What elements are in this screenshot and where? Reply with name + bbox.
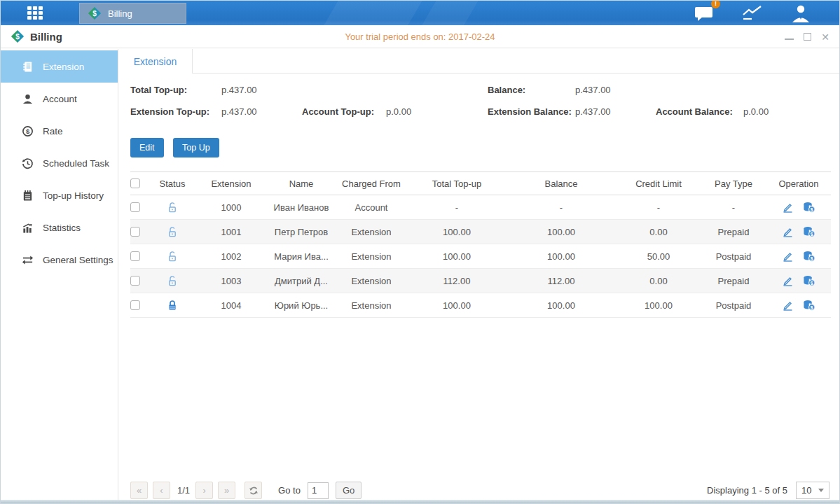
cell-extension: 1001 — [195, 227, 268, 237]
svg-text:$: $ — [811, 281, 813, 286]
status-unlocked-icon — [167, 202, 178, 214]
notification-badge: ! — [711, 1, 720, 8]
account-balance-label: Account Balance: — [656, 106, 733, 117]
sidebar: Extension Account $ Rate — [1, 49, 118, 500]
app-grid-icon[interactable] — [27, 6, 48, 20]
sidebar-item-rate[interactable]: $ Rate — [1, 115, 118, 147]
first-page-button[interactable]: « — [130, 482, 148, 499]
extension-icon — [22, 61, 34, 73]
edit-row-icon[interactable] — [782, 275, 793, 286]
cell-extension: 1003 — [195, 276, 268, 286]
sidebar-item-label: Extension — [43, 62, 84, 72]
account-topup-label: Account Top-up: — [302, 106, 374, 117]
edit-row-icon[interactable] — [782, 251, 793, 262]
svg-text:$: $ — [15, 33, 20, 41]
close-button[interactable]: ✕ — [821, 32, 829, 42]
caret-down-icon — [818, 489, 824, 492]
cell-charged-from: Extension — [335, 300, 408, 311]
tab-extension[interactable]: Extension — [118, 49, 193, 74]
row-checkbox[interactable] — [130, 251, 140, 261]
main-content: Extension Total Top-up: p.437.00 Balance… — [118, 49, 839, 500]
last-page-button[interactable]: » — [218, 482, 235, 499]
billing-diamond-icon: $ — [11, 29, 25, 43]
select-all-checkbox[interactable] — [130, 178, 140, 188]
sidebar-item-account[interactable]: Account — [1, 83, 118, 115]
row-checkbox[interactable] — [130, 276, 140, 286]
extension-table: Status Extension Name Charged From Total… — [130, 172, 831, 318]
sidebar-item-label: Statistics — [43, 223, 81, 233]
cell-pay-type: - — [701, 202, 766, 213]
page-size-select[interactable]: 10 — [796, 482, 829, 499]
col-extension: Extension — [195, 178, 268, 189]
balance-label: Balance: — [488, 85, 525, 95]
sidebar-item-statistics[interactable]: Statistics — [1, 211, 118, 244]
cell-pay-type: Postpaid — [701, 300, 766, 311]
sidebar-item-scheduled-task[interactable]: Scheduled Task — [1, 147, 118, 179]
topup-row-icon[interactable]: $ — [803, 226, 815, 237]
sidebar-item-general-settings[interactable]: General Settings — [1, 244, 118, 276]
messages-icon[interactable]: ! — [694, 4, 715, 22]
topup-row-icon[interactable]: $ — [803, 202, 815, 213]
general-settings-icon — [22, 254, 34, 266]
cell-name: Иван Иванов — [268, 202, 335, 213]
cell-credit-limit: 50.00 — [617, 251, 701, 262]
topbar-tab-label: Billing — [108, 8, 132, 19]
edit-row-icon[interactable] — [782, 202, 793, 213]
sidebar-item-topup-history[interactable]: Top-up History — [1, 179, 118, 211]
table-row: 1002 Мария Ива... Extension 100.00 100.0… — [130, 244, 831, 269]
svg-text:$: $ — [811, 207, 813, 213]
title-bar: $ Billing Your trial period ends on: 201… — [1, 25, 839, 48]
svg-text:$: $ — [92, 10, 97, 18]
minimize-button[interactable] — [785, 38, 794, 40]
refresh-button[interactable] — [245, 482, 262, 499]
window-title: Billing — [30, 31, 62, 43]
cell-total-topup: - — [408, 202, 506, 213]
go-button[interactable]: Go — [336, 482, 362, 499]
cell-credit-limit: 100.00 — [617, 300, 701, 311]
balance-summary: Total Top-up: p.437.00 Balance: p.437.00… — [118, 74, 839, 130]
edit-button[interactable]: Edit — [130, 138, 164, 158]
statistics-chart-icon[interactable] — [741, 5, 764, 22]
sidebar-item-extension[interactable]: Extension — [1, 50, 118, 83]
status-unlocked-icon — [167, 275, 178, 287]
row-checkbox[interactable] — [130, 202, 140, 212]
svg-text:$: $ — [811, 232, 813, 237]
sidebar-item-label: Scheduled Task — [43, 158, 109, 169]
rate-icon: $ — [22, 125, 34, 137]
topup-row-icon[interactable]: $ — [803, 275, 815, 286]
col-credit-limit: Credit Limit — [617, 178, 701, 189]
col-balance: Balance — [506, 178, 617, 189]
statistics-icon — [22, 222, 34, 234]
topbar-decor — [416, 1, 483, 25]
goto-page-input[interactable] — [308, 482, 329, 499]
top-up-button[interactable]: Top Up — [173, 138, 219, 158]
svg-text:$: $ — [811, 305, 813, 311]
account-balance-value: p.0.00 — [743, 106, 769, 117]
cell-charged-from: Extension — [335, 251, 408, 262]
topup-row-icon[interactable]: $ — [803, 300, 815, 311]
row-checkbox[interactable] — [130, 300, 140, 310]
user-icon[interactable] — [790, 4, 811, 23]
edit-row-icon[interactable] — [782, 300, 793, 311]
sidebar-item-label: General Settings — [43, 255, 113, 265]
maximize-button[interactable] — [804, 33, 811, 41]
cell-extension: 1004 — [195, 300, 268, 311]
topbar-tab-billing[interactable]: $ Billing — [79, 3, 186, 24]
billing-diamond-icon: $ — [88, 6, 102, 20]
svg-text:$: $ — [811, 256, 813, 262]
row-checkbox[interactable] — [130, 227, 140, 237]
table-row: 1000 Иван Иванов Account - - - - $ — [130, 195, 831, 220]
window-bottom-edge — [1, 500, 839, 503]
col-status: Status — [150, 178, 195, 189]
cell-name: Мария Ива... — [268, 251, 335, 262]
next-page-button[interactable]: › — [195, 482, 213, 499]
topup-row-icon[interactable]: $ — [803, 251, 815, 262]
status-unlocked-icon — [167, 226, 178, 238]
col-operation: Operation — [766, 178, 831, 189]
total-topup-value: p.437.00 — [221, 85, 257, 95]
prev-page-button[interactable]: ‹ — [153, 482, 170, 499]
col-pay-type: Pay Type — [701, 178, 766, 189]
edit-row-icon[interactable] — [782, 226, 793, 237]
extension-balance-value: p.437.00 — [575, 106, 611, 117]
goto-label: Go to — [278, 485, 301, 496]
